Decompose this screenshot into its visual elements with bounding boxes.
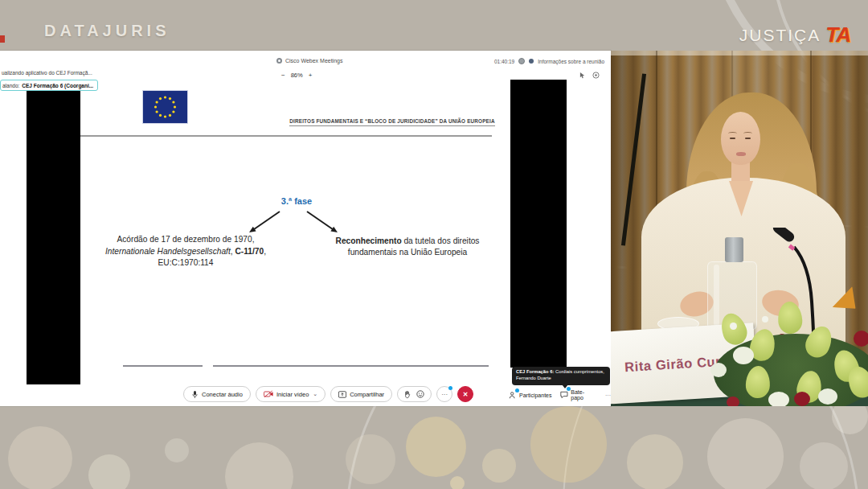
white-flower [768, 392, 789, 406]
justica-wordmark: JUSTIÇA [739, 26, 821, 45]
eyebrow [743, 132, 752, 135]
white-flower [762, 316, 768, 323]
meeting-info-link[interactable]: Informações sobre a reunião [538, 59, 604, 64]
zoom-out-button[interactable]: − [281, 72, 285, 79]
red-rose [854, 331, 868, 347]
video-thumbnail-right[interactable] [510, 80, 567, 368]
bokeh-circle [707, 418, 784, 489]
bokeh-circle [225, 442, 293, 489]
start-video-button[interactable]: Iniciar vídeo ⌄ [256, 386, 326, 402]
eye [745, 138, 751, 139]
slide-header-title: DIREITOS FUNDAMENTAIS E “BLOCO DE JURIDI… [289, 112, 495, 126]
white-flower [730, 323, 737, 330]
webex-app-title: Cisco Webex Meetings [276, 58, 342, 64]
bottle-cap [725, 237, 743, 262]
bokeh-circle [165, 438, 189, 462]
participants-button[interactable]: Participantes [509, 391, 551, 400]
phase-label: 3.ª fase [265, 196, 328, 206]
justica-tv-logo: JUSTIÇA TA [739, 23, 850, 47]
webex-window: Cisco Webex Meetings 01:40:19 Informaçõe… [0, 51, 611, 406]
white-flower [818, 388, 837, 405]
tv-accent-glyph: TA [825, 23, 850, 47]
share-button[interactable]: Compartilhar [330, 386, 392, 402]
red-rose [727, 397, 739, 406]
reactions-group [397, 386, 432, 402]
bokeh-circle [800, 442, 848, 489]
notification-dot [448, 386, 452, 390]
eu-flag-stars [143, 91, 187, 123]
meeting-timer: 01:40:19 [494, 59, 514, 64]
pointer-icon[interactable] [579, 72, 585, 79]
annotate-icon[interactable] [592, 72, 600, 79]
white-flower [733, 347, 754, 364]
share-screen-icon [338, 391, 346, 398]
more-panels-button[interactable]: ··· [605, 392, 611, 398]
chat-bubble-icon [560, 391, 568, 399]
case-citation-block: Acórdão de 17 de dezembro de 1970, Inter… [95, 234, 276, 269]
ceiling-light-strip [611, 51, 868, 55]
bokeh-circle [482, 449, 516, 483]
webex-logo-icon [276, 58, 282, 64]
slide-footer-line [123, 365, 203, 367]
reactions-smiley-icon[interactable] [416, 390, 424, 398]
panel-buttons: Participantes Bate-papo ··· [509, 389, 611, 401]
bokeh-circle [406, 417, 466, 477]
eu-flag [143, 91, 187, 123]
connect-audio-button[interactable]: Conectar áudio [183, 386, 251, 402]
more-options-button[interactable]: ··· [436, 386, 452, 402]
left-edge-red-artifact [0, 35, 5, 43]
datajuris-logo: DATAJURIS [44, 22, 170, 40]
meeting-status-area: 01:40:19 Informações sobre a reunião [494, 58, 604, 64]
recognition-block: Reconhecimento da tutela dos direitos fu… [324, 236, 491, 258]
meeting-controls: Conectar áudio Iniciar vídeo ⌄ Compartil… [183, 386, 473, 402]
bokeh-circle [8, 426, 72, 489]
zoom-level: 86% [291, 72, 303, 79]
camera-off-icon [264, 390, 273, 398]
slide-footer-line [213, 365, 489, 367]
record-indicator-icon [518, 58, 525, 64]
white-flower [710, 363, 727, 377]
chat-notification[interactable]: CEJ Formação 6: Cordiais cumprimentos, F… [512, 367, 610, 385]
raise-hand-icon[interactable] [404, 390, 411, 399]
microphone-icon [191, 390, 199, 399]
bokeh-circle [88, 454, 130, 489]
leave-meeting-button[interactable]: ✕ [457, 386, 473, 402]
eyebrow [728, 132, 737, 135]
bokeh-circle [450, 476, 465, 489]
zoom-in-button[interactable]: + [309, 72, 313, 79]
video-thumbnail-left[interactable] [27, 91, 80, 384]
broadcast-frame: DATAJURIS JUSTIÇA TA Cisco Webex Meeting… [0, 0, 868, 489]
sharing-status-text: ualizando aplicativo do CEJ Formaçã... [2, 70, 92, 76]
bottle-highlight [714, 265, 719, 326]
annotation-tools [579, 72, 600, 79]
info-icon [529, 59, 534, 64]
chat-button[interactable]: Bate-papo [560, 389, 596, 401]
active-speaker-indicator[interactable]: alando: CEJ Formação 6 (Coorgani... [0, 80, 98, 91]
notification-dot [515, 388, 519, 392]
zoom-control: − 86% + [281, 72, 312, 79]
chevron-down-icon[interactable]: ⌄ [313, 391, 317, 397]
eye [730, 138, 735, 139]
speaker-face [721, 112, 760, 165]
bokeh-circle [346, 434, 395, 484]
lips [736, 152, 746, 156]
slide-header-rule [80, 135, 492, 137]
speaker-video: Rita Girão Curro [611, 51, 868, 406]
bokeh-circle [530, 406, 607, 483]
bokeh-circle [627, 434, 683, 489]
red-rose [794, 392, 810, 406]
